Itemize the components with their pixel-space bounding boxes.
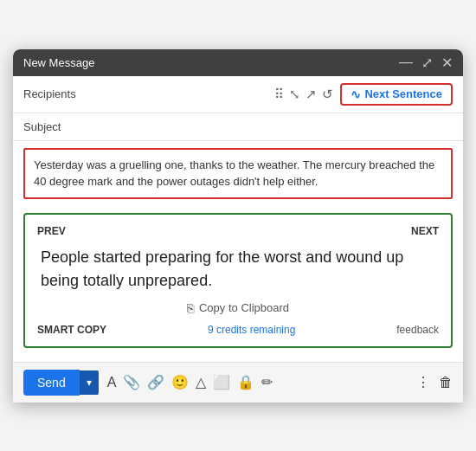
right-toolbar-icons: ⋮ 🗑	[416, 374, 453, 390]
signature-icon[interactable]: ✏	[261, 374, 273, 390]
suggestion-footer: SMART COPY 9 credits remaining feedback	[37, 324, 439, 336]
email-body-text: Yesterday was a gruelling one, thanks to…	[34, 158, 434, 189]
font-icon[interactable]: A	[107, 375, 117, 390]
window-controls: — ⤢ ✕	[399, 55, 453, 71]
recipients-label: Recipients	[23, 87, 84, 100]
lock-icon[interactable]: 🔒	[237, 374, 254, 390]
emoji-icon[interactable]: 🙂	[171, 374, 189, 390]
subject-row: Subject	[13, 113, 463, 141]
photo-icon[interactable]: ⬜	[213, 374, 230, 390]
email-text-content[interactable]: Yesterday was a gruelling one, thanks to…	[23, 148, 453, 199]
suggestion-navigation: PREV NEXT	[37, 225, 439, 237]
clipboard-icon: ⎘	[187, 301, 194, 315]
suggestion-box: PREV NEXT People started preparing for t…	[23, 213, 453, 348]
link-icon[interactable]: 🔗	[147, 374, 164, 390]
drive-icon[interactable]: △	[196, 374, 206, 390]
expand-icon[interactable]: ⤡	[289, 87, 300, 102]
grid-icon[interactable]: ⠿	[274, 87, 284, 102]
next-sentence-label: Next Sentence	[364, 87, 442, 100]
more-options-icon[interactable]: ⋮	[416, 374, 430, 390]
window-title: New Message	[23, 56, 94, 69]
waveform-icon: ∿	[351, 87, 361, 101]
prev-button[interactable]: PREV	[37, 225, 66, 237]
next-button[interactable]: NEXT	[411, 225, 439, 237]
recipients-input[interactable]	[91, 87, 267, 100]
title-bar: New Message — ⤢ ✕	[13, 49, 463, 76]
subject-label: Subject	[23, 120, 84, 133]
credits-remaining: 9 credits remaining	[208, 324, 295, 336]
bottom-toolbar: Send ▾ A 📎 🔗 🙂 △ ⬜ 🔒 ✏ ⋮ 🗑	[13, 362, 463, 403]
maximize-button[interactable]: ⤢	[421, 55, 433, 71]
copy-to-clipboard-button[interactable]: ⎘ Copy to Clipboard	[37, 301, 439, 315]
delete-icon[interactable]: 🗑	[439, 375, 453, 390]
refresh-icon[interactable]: ↺	[322, 87, 333, 102]
recipient-toolbar-icons: ⠿ ⤡ ↗ ↺	[274, 87, 333, 102]
suggestion-text: People started preparing for the worst a…	[37, 246, 439, 293]
next-sentence-button[interactable]: ∿ Next Sentence	[340, 83, 453, 106]
copy-label: Copy to Clipboard	[199, 301, 289, 314]
email-window: New Message — ⤢ ✕ Recipients ⠿ ⤡ ↗ ↺ ∿ N…	[13, 49, 463, 403]
close-button[interactable]: ✕	[441, 55, 453, 71]
feedback-link[interactable]: feedback	[396, 324, 439, 336]
arrow-icon[interactable]: ↗	[306, 87, 317, 102]
minimize-button[interactable]: —	[399, 55, 413, 70]
send-dropdown-button[interactable]: ▾	[80, 370, 99, 395]
recipients-row: Recipients ⠿ ⤡ ↗ ↺ ∿ Next Sentence	[13, 76, 463, 113]
attachment-icon[interactable]: 📎	[123, 374, 140, 390]
send-button-group: Send ▾	[23, 370, 99, 396]
formatting-icons: A 📎 🔗 🙂 △ ⬜ 🔒 ✏	[107, 374, 408, 390]
send-button[interactable]: Send	[23, 370, 80, 396]
subject-input[interactable]	[91, 120, 453, 133]
smart-copy-label: SMART COPY	[37, 324, 106, 336]
